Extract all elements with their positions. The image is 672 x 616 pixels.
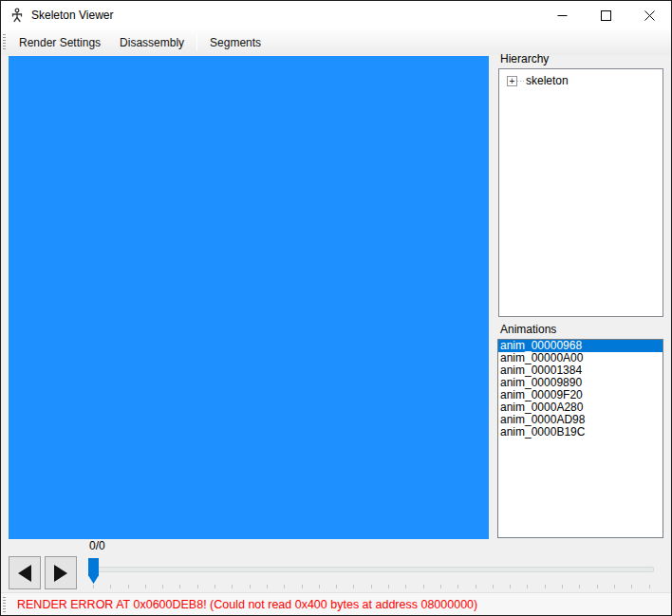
titlebar: Skeleton Viewer xyxy=(1,1,671,29)
minimize-button[interactable] xyxy=(540,1,584,29)
window-title: Skeleton Viewer xyxy=(31,9,114,22)
tree-node-label[interactable]: skeleton xyxy=(524,74,570,87)
toolbar-grip[interactable] xyxy=(3,34,6,51)
render-error-message: RENDER ERROR AT 0x0600DEB8! (Could not r… xyxy=(17,598,477,611)
toolbar-separator xyxy=(196,34,197,50)
close-button[interactable] xyxy=(627,1,671,29)
tree-expand-icon[interactable]: + xyxy=(507,76,517,86)
minimize-icon xyxy=(557,10,568,21)
frame-slider[interactable] xyxy=(88,555,658,591)
animations-listbox[interactable]: anim_00000968 anim_00000A00 anim_0000138… xyxy=(497,339,663,538)
menu-disassembly[interactable]: Disassembly xyxy=(110,32,194,53)
hierarchy-treeview[interactable]: + skeleton xyxy=(498,68,663,317)
slider-thumb[interactable] xyxy=(88,558,99,584)
tree-node-skeleton[interactable]: + skeleton xyxy=(507,74,663,87)
statusbar-grip xyxy=(3,597,6,612)
toolbar: Render Settings Disassembly Segments xyxy=(1,29,671,55)
maximize-button[interactable] xyxy=(584,1,627,29)
skeleton-app-icon xyxy=(9,8,25,23)
list-item[interactable]: anim_0000B19C xyxy=(498,426,663,439)
caption-buttons xyxy=(540,1,671,29)
render-viewport[interactable] xyxy=(9,56,489,539)
slider-track[interactable] xyxy=(88,567,654,572)
next-frame-button[interactable] xyxy=(45,556,77,589)
prev-frame-button[interactable] xyxy=(9,556,41,589)
left-triangle-icon xyxy=(18,565,31,582)
close-icon xyxy=(644,10,655,21)
right-triangle-icon xyxy=(54,565,67,582)
animations-label: Animations xyxy=(500,323,556,336)
skeleton-viewer-window: Skeleton Viewer Render Settings Disassem… xyxy=(0,0,672,616)
hierarchy-label: Hierarchy xyxy=(500,52,549,65)
frame-counter: 0/0 xyxy=(89,539,105,552)
menu-segments[interactable]: Segments xyxy=(200,32,271,53)
slider-ticks xyxy=(93,585,651,588)
maximize-icon xyxy=(601,10,611,21)
tree-connector xyxy=(517,81,524,82)
menu-render-settings[interactable]: Render Settings xyxy=(9,32,110,53)
statusbar: RENDER ERROR AT 0x0600DEB8! (Could not r… xyxy=(1,592,671,615)
